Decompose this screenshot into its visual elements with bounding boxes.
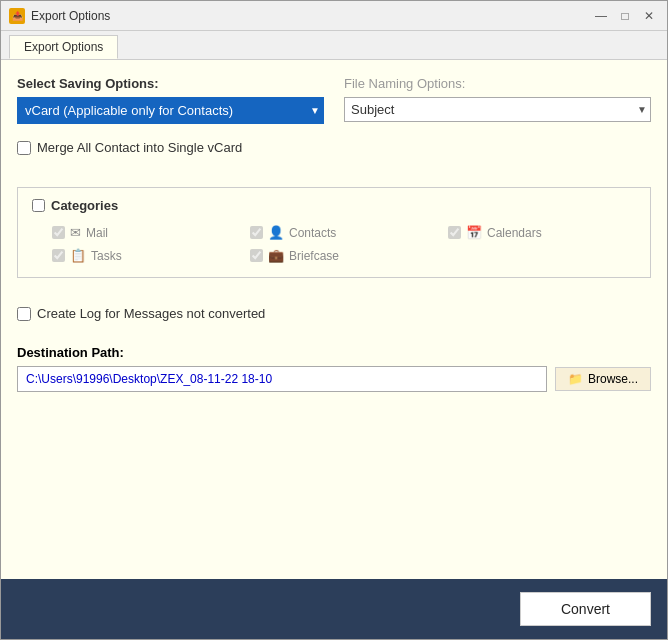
- mail-icon: ✉: [70, 225, 81, 240]
- merge-label: Merge All Contact into Single vCard: [37, 140, 242, 155]
- maximize-button[interactable]: □: [615, 6, 635, 26]
- contacts-checkbox[interactable]: [250, 226, 263, 239]
- convert-button[interactable]: Convert: [520, 592, 651, 626]
- log-label: Create Log for Messages not converted: [37, 306, 265, 321]
- window-title: Export Options: [31, 9, 591, 23]
- log-checkbox[interactable]: [17, 307, 31, 321]
- app-icon: 📤: [9, 8, 25, 24]
- main-window: 📤 Export Options — □ ✕ Export Options Se…: [0, 0, 668, 640]
- mail-label: Mail: [86, 226, 108, 240]
- mail-checkbox[interactable]: [52, 226, 65, 239]
- options-row: Select Saving Options: vCard (Applicable…: [17, 76, 651, 124]
- destination-section: Destination Path: 📁 Browse...: [17, 345, 651, 392]
- list-item: 📅 Calendars: [448, 225, 636, 240]
- merge-checkbox-row: Merge All Contact into Single vCard: [17, 136, 651, 159]
- saving-select-wrapper: vCard (Applicable only for Contacts) CSV…: [17, 97, 324, 124]
- calendars-icon: 📅: [466, 225, 482, 240]
- tasks-label: Tasks: [91, 249, 122, 263]
- tasks-icon: 📋: [70, 248, 86, 263]
- saving-options-select[interactable]: vCard (Applicable only for Contacts) CSV…: [17, 97, 324, 124]
- window-controls: — □ ✕: [591, 6, 659, 26]
- categories-header: Categories: [32, 198, 636, 213]
- list-item: 👤 Contacts: [250, 225, 438, 240]
- destination-label: Destination Path:: [17, 345, 651, 360]
- briefcase-icon: 💼: [268, 248, 284, 263]
- tasks-checkbox[interactable]: [52, 249, 65, 262]
- title-bar: 📤 Export Options — □ ✕: [1, 1, 667, 31]
- list-item: ✉ Mail: [52, 225, 240, 240]
- destination-row: 📁 Browse...: [17, 366, 651, 392]
- tab-export-options[interactable]: Export Options: [9, 35, 118, 59]
- saving-options-label: Select Saving Options:: [17, 76, 324, 91]
- categories-section: Categories ✉ Mail 👤 Contacts �: [17, 187, 651, 278]
- log-checkbox-row: Create Log for Messages not converted: [17, 302, 651, 325]
- bottom-bar: Convert: [1, 579, 667, 639]
- categories-checkbox[interactable]: [32, 199, 45, 212]
- file-naming-label: File Naming Options:: [344, 76, 651, 91]
- close-button[interactable]: ✕: [639, 6, 659, 26]
- categories-grid: ✉ Mail 👤 Contacts 📅 Calendars: [32, 225, 636, 263]
- main-content: Select Saving Options: vCard (Applicable…: [1, 60, 667, 579]
- calendars-label: Calendars: [487, 226, 542, 240]
- minimize-button[interactable]: —: [591, 6, 611, 26]
- merge-checkbox[interactable]: [17, 141, 31, 155]
- calendars-checkbox[interactable]: [448, 226, 461, 239]
- file-naming-select-wrapper: Subject Date From ▼: [344, 97, 651, 122]
- tab-bar: Export Options: [1, 31, 667, 60]
- browse-button[interactable]: 📁 Browse...: [555, 367, 651, 391]
- folder-icon: 📁: [568, 372, 583, 386]
- destination-input[interactable]: [17, 366, 547, 392]
- saving-options-section: Select Saving Options: vCard (Applicable…: [17, 76, 324, 124]
- briefcase-checkbox[interactable]: [250, 249, 263, 262]
- list-item: 📋 Tasks: [52, 248, 240, 263]
- briefcase-label: Briefcase: [289, 249, 339, 263]
- categories-label: Categories: [51, 198, 118, 213]
- contacts-icon: 👤: [268, 225, 284, 240]
- contacts-label: Contacts: [289, 226, 336, 240]
- file-naming-select[interactable]: Subject Date From: [344, 97, 651, 122]
- file-naming-section: File Naming Options: Subject Date From ▼: [344, 76, 651, 122]
- list-item: 💼 Briefcase: [250, 248, 438, 263]
- browse-label: Browse...: [588, 372, 638, 386]
